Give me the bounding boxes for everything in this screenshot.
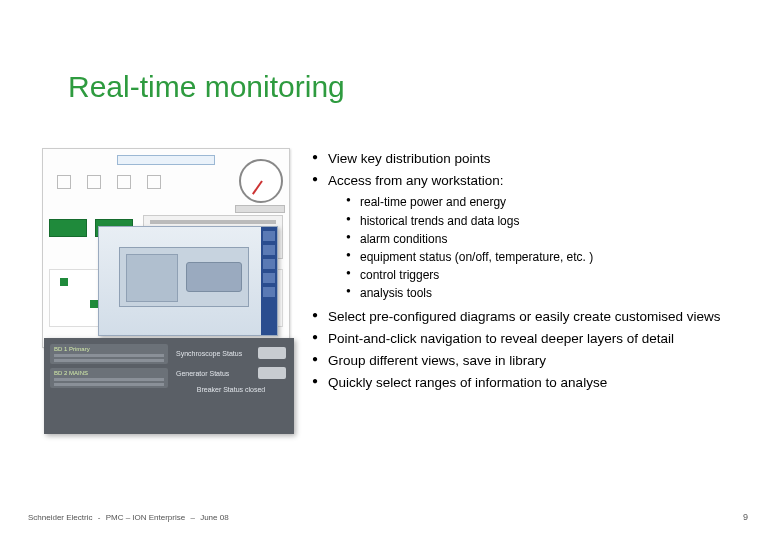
screenshot-collage: BD 1 Primary BD 2 MAINS Synchroscope Sta… bbox=[42, 148, 298, 428]
sub-bullet-item: real-time power and energy bbox=[346, 194, 744, 210]
generator-thumbnail bbox=[98, 226, 278, 336]
sub-bullet-item: historical trends and data logs bbox=[346, 213, 744, 229]
slide-title: Real-time monitoring bbox=[68, 70, 345, 104]
sub-bullet-item: alarm conditions bbox=[346, 231, 744, 247]
footer-date: June 08 bbox=[200, 513, 228, 522]
bullet-item: Select pre-configured diagrams or easily… bbox=[312, 308, 744, 326]
sub-bullet-item: equipment status (on/off, temperature, e… bbox=[346, 249, 744, 265]
bullet-text: Access from any workstation: bbox=[328, 173, 504, 188]
footer-product: PMC – ION Enterprise bbox=[106, 513, 186, 522]
bullet-content: View key distribution points Access from… bbox=[312, 150, 744, 396]
bullet-item: Quickly select ranges of information to … bbox=[312, 374, 744, 392]
bullet-item: Access from any workstation: real-time p… bbox=[312, 172, 744, 301]
footer-company: Schneider Electric bbox=[28, 513, 92, 522]
footer: Schneider Electric - PMC – ION Enterpris… bbox=[28, 513, 229, 522]
bullet-item: View key distribution points bbox=[312, 150, 744, 168]
gauge-icon bbox=[239, 159, 283, 203]
bullet-item: Group different views, save in library bbox=[312, 352, 744, 370]
sub-bullet-item: analysis tools bbox=[346, 285, 744, 301]
page-number: 9 bbox=[743, 512, 748, 522]
bullet-item: Point-and-click navigation to reveal dee… bbox=[312, 330, 744, 348]
sub-bullet-item: control triggers bbox=[346, 267, 744, 283]
status-panel-thumbnail: BD 1 Primary BD 2 MAINS Synchroscope Sta… bbox=[44, 338, 294, 434]
